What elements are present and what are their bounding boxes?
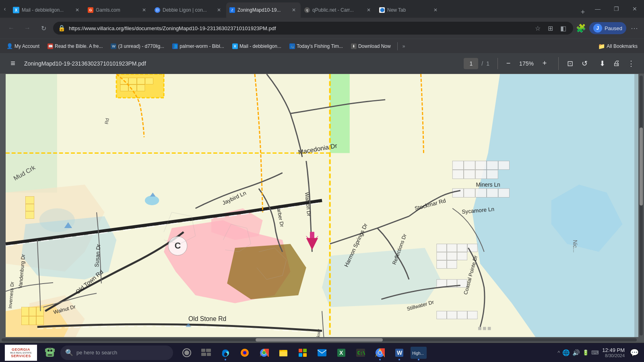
tab-debbie[interactable]: D Debbie Ligon | con... ✕ [151,2,226,18]
taskbar-firefox[interactable] [236,344,254,362]
svg-rect-33 [475,189,487,197]
speaker-icon[interactable]: 🔊 [572,349,580,356]
svg-text:C: C [175,241,181,251]
tab-newtab[interactable]: 🔵 New Tab ✕ [376,2,442,18]
svg-rect-38 [457,244,467,252]
svg-rect-21 [137,85,145,91]
map-svg: C Macedonia Dr Jaybird Ln Barber Dr Wats… [0,74,644,343]
tab-scroll-left[interactable]: ‹ [0,0,10,18]
network-icon[interactable]: 🌐 [562,349,570,356]
scrollbar-v-thumb[interactable] [640,128,643,206]
pdf-page-separator: / [481,60,483,67]
tab-zoning[interactable]: Z ZoningMapd10-19... ✕ [226,2,301,18]
sidebar-icon[interactable]: ◧ [559,23,568,33]
star-icon[interactable]: ☆ [533,23,543,33]
tab-close-newtab[interactable]: ✕ [432,6,439,14]
pdf-content: C Macedonia Dr Jaybird Ln Barber Dr Wats… [0,74,644,343]
url-bar[interactable]: 🔒 https://www.villarica.org/files/docume… [53,22,573,35]
svg-rect-31 [452,189,464,197]
svg-rect-18 [145,78,153,84]
all-bookmarks-button[interactable]: 📁 All Bookmarks [595,41,641,51]
vertical-scrollbar[interactable] [638,74,644,337]
bookmark-mail-x[interactable]: X Mail - debbieligon... [229,42,285,51]
back-button[interactable]: ← [5,22,18,35]
svg-rect-125 [303,349,307,352]
taskbar-chrome[interactable] [371,344,389,362]
pdf-page-input[interactable]: 1 [464,58,478,69]
tray-up-arrow[interactable]: ^ [557,350,560,356]
extensions-icon[interactable]: 🧩 [576,23,586,33]
notification-button[interactable]: 💬 [628,346,641,359]
pdf-more-button[interactable]: ⋮ [625,57,638,70]
bookmark-palmer[interactable]: 📘 palmer-worm - Bibl... [169,42,227,51]
taskbar-clock[interactable]: 12:49 PM 8/30/2024 [602,347,625,358]
tab-favicon-mail: X [13,7,19,13]
taskbar-word[interactable]: W [390,344,408,362]
pdf-download-button[interactable]: ⬇ [596,57,609,70]
tab-close-qpublic[interactable]: ✕ [365,6,372,14]
svg-rect-79 [478,327,481,330]
bookmark-fishing[interactable]: 🎣 Today's Fishing Tim... [286,42,346,51]
reload-button[interactable]: ↻ [37,22,50,35]
forward-button[interactable]: → [21,22,34,35]
pdf-rotate-button[interactable]: ↺ [578,57,591,70]
taskbar-cmd[interactable]: C:\> [352,344,369,362]
profile-button[interactable]: J Paused [589,22,626,34]
svg-rect-35 [498,189,510,197]
pdf-zoom-out-button[interactable]: − [503,58,514,69]
maximize-button[interactable]: ❐ [607,0,625,18]
collections-icon[interactable]: ⊞ [546,23,555,33]
settings-icon[interactable]: ⋯ [630,23,639,33]
taskbar-chrome-beta[interactable] [255,344,273,362]
monster-icon[interactable] [41,344,59,362]
taskbar-mail[interactable] [313,344,331,362]
svg-rect-12 [25,197,34,204]
horizontal-scrollbar[interactable] [0,337,638,343]
tab-qpublic[interactable]: q qPublic.net - Carr... ✕ [301,2,376,18]
tab-favicon-newtab: 🔵 [379,7,385,13]
new-tab-button[interactable]: + [577,6,588,18]
scrollbar-h-thumb[interactable] [256,338,383,341]
pdf-zoom-in-button[interactable]: + [539,58,550,69]
taskbar-store[interactable] [294,344,312,362]
svg-rect-42 [457,252,467,260]
taskbar-high-app[interactable]: High... [410,344,427,362]
bookmark-download[interactable]: ⬇ Download Now [348,42,394,51]
cortana-icon [182,348,192,358]
tab-close-mail[interactable]: ✕ [74,6,81,14]
minimize-button[interactable]: — [588,0,607,18]
bookmark-bible[interactable]: 📖 Read the Bible. A fre... [44,42,106,51]
taskbar-taskview[interactable] [197,344,215,362]
taskbar-cortana[interactable] [178,344,196,362]
svg-rect-17 [137,78,145,84]
keyboard-icon[interactable]: ⌨ [591,350,599,356]
mail-icon [317,349,327,357]
pdf-print-button[interactable]: 🖨 [610,57,623,70]
bookmarks-overflow[interactable]: » [401,43,407,49]
bookmark-fishing-label: Today's Fishing Tim... [297,43,343,49]
pdf-menu-button[interactable]: ≡ [6,57,19,70]
taskbar-search[interactable]: 🔍 pe here to search [60,346,173,360]
tab-mail[interactable]: X Mail - debbieligon... ✕ [10,2,84,18]
svg-rect-14 [25,212,34,219]
taskbar-excel[interactable]: X [332,344,350,362]
close-button[interactable]: ✕ [625,0,644,18]
mail-x-icon: X [232,43,238,49]
svg-rect-40 [437,252,447,260]
tab-close-gamls[interactable]: ✕ [140,6,148,14]
svg-point-121 [262,351,266,354]
tab-close-zoning[interactable]: ✕ [290,6,297,14]
tab-gamls[interactable]: G Gamls.com ✕ [85,2,151,18]
tab-title-qpublic: qPublic.net - Carr... [312,7,363,13]
battery-icon[interactable]: 🔋 [582,350,589,356]
tab-close-debbie[interactable]: ✕ [215,6,223,14]
bookmark-my-account[interactable]: 👤 My Account [3,41,43,51]
bookmark-email[interactable]: W (3 unread) - d770lig... [107,42,167,51]
svg-text:Nic...: Nic... [572,240,578,253]
taskbar-edge[interactable] [217,344,234,362]
tab-favicon-zoning: Z [229,7,235,13]
taskbar-search-text: pe here to search [76,350,117,356]
taskbar-explorer[interactable] [275,344,292,362]
pdf-fit-button[interactable]: ⊡ [564,57,576,70]
store-icon [298,348,308,358]
